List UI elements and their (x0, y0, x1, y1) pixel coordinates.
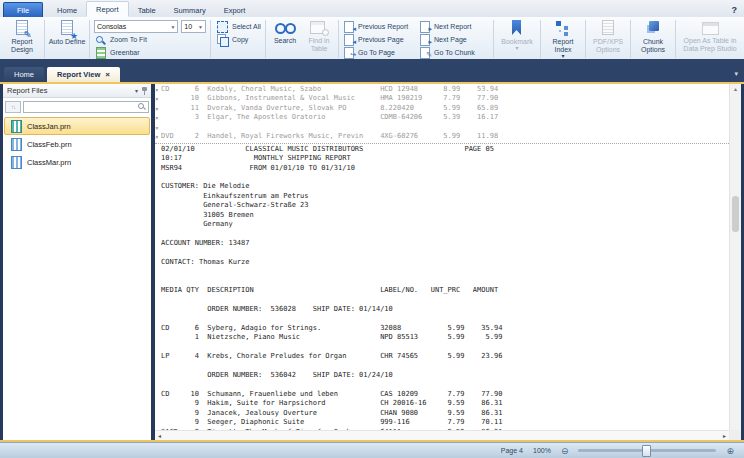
chunk-options-button[interactable]: Chunk Options (633, 18, 673, 60)
go-to-chunk-icon (420, 47, 431, 58)
pdf-xps-options-button[interactable]: PDF/XPS Options (588, 18, 628, 60)
font-size-value: 10 (184, 23, 192, 30)
font-size-combobox[interactable]: 10 ▼ (181, 20, 206, 33)
report-text[interactable]: ×CD 6 Kodaly, Choral Music, Szabo HCD 12… (155, 84, 729, 430)
search-button[interactable]: Search (268, 18, 302, 60)
report-line-text (161, 230, 165, 239)
scroll-left-icon[interactable]: ◂ (158, 432, 161, 440)
report-design-icon (13, 20, 31, 37)
pin-icon[interactable] (142, 86, 147, 95)
previous-report-label: Previous Report (358, 23, 408, 30)
report-line: 1 Nietzsche, Piano Music NPD 85513 5.99 … (155, 333, 729, 342)
scrollbar-corner (729, 430, 741, 440)
report-index-button[interactable]: Report Index ▾ (543, 18, 583, 60)
auto-define-label: Auto Define (49, 38, 86, 46)
report-line: 02/01/10 CLASSICAL MUSIC DISTRIBUTORS PA… (155, 145, 729, 154)
help-icon[interactable]: ? (732, 5, 738, 17)
list-item[interactable]: ClassMar.prn (4, 153, 150, 171)
report-line-text: ORDER NUMBER: 536042 SHIP DATE: 01/24/10 (161, 371, 393, 380)
chunk-options-label: Chunk Options (634, 38, 672, 54)
font-name-combobox[interactable]: Consolas ▼ (94, 20, 178, 33)
scroll-up-icon[interactable]: ▴ (730, 85, 741, 92)
report-line: ×CD 6 Kodaly, Choral Music, Szabo HCD 12… (155, 85, 729, 94)
report-line: CONTACT: Thomas Kurze (155, 258, 729, 267)
report-line-text (161, 296, 165, 305)
chevron-down-icon[interactable]: ▾ (135, 87, 138, 94)
previous-report-icon (344, 21, 355, 32)
chunk-options-icon (644, 20, 662, 37)
go-to-page-label: Go To Page (358, 49, 395, 56)
greenbar-button[interactable]: Greenbar (92, 46, 208, 59)
next-report-label: Next Report (434, 23, 471, 30)
report-file-list: ClassJan.prnClassFeb.prnClassMar.prn (3, 115, 151, 171)
chevron-down-icon[interactable]: ▾ (734, 70, 738, 82)
go-to-page-button[interactable]: Go To Page (341, 46, 417, 59)
auto-define-icon (58, 20, 76, 37)
zoom-to-fit-label: Zoom To Fit (110, 36, 147, 43)
bookmark-button[interactable]: Bookmark ▾ (496, 18, 538, 60)
report-line-text (161, 343, 165, 352)
report-line: 9 Janacek, Jealousy Overture CHAN 9080 9… (155, 409, 729, 418)
file-search-row: ↑↓ (3, 98, 151, 115)
close-icon[interactable]: × (105, 70, 110, 79)
vertical-scrollbar-thumb[interactable] (732, 196, 739, 232)
file-name: ClassMar.prn (27, 158, 71, 167)
report-line-text: MEDIA QTY DESCRIPTION LABEL/NO. UNT_PRC … (161, 286, 498, 295)
application-window: File Home Report Table Summary Export ? … (0, 0, 744, 458)
copy-button[interactable]: Copy (213, 33, 263, 46)
chevron-down-icon: ▼ (167, 24, 175, 30)
report-line-text: MSR94 FROM 01/01/10 TO 01/31/10 (161, 164, 355, 173)
report-line: Einkaufszentrum am Petrus (155, 192, 729, 201)
zoom-out-button[interactable]: ⊖ (561, 446, 569, 456)
vertical-scrollbar[interactable]: ▴ (729, 84, 741, 430)
open-as-table-button[interactable]: Open As Table in Data Prep Studio (678, 18, 742, 60)
sort-icon[interactable]: ↑↓ (5, 101, 21, 113)
zoom-slider-thumb[interactable] (642, 445, 651, 457)
previous-page-icon (344, 34, 355, 45)
zoom-slider[interactable] (578, 449, 716, 452)
report-line-text: 02/01/10 CLASSICAL MUSIC DISTRIBUTORS PA… (161, 145, 494, 154)
horizontal-scrollbar[interactable]: ◂ ▸ (155, 430, 729, 440)
search-input[interactable] (23, 101, 149, 113)
doc-tab-report-view[interactable]: Report View × (47, 67, 120, 82)
copy-icon (216, 34, 229, 45)
next-report-button[interactable]: Next Report (417, 20, 491, 33)
zoom-in-button[interactable]: ⊕ (726, 446, 734, 456)
report-line-text (161, 362, 165, 371)
select-all-label: Select All (232, 23, 261, 30)
report-index-icon (554, 20, 572, 37)
go-to-chunk-label: Go To Chunk (434, 49, 475, 56)
report-design-button[interactable]: Report Design (2, 18, 42, 60)
search-label: Search (274, 37, 296, 45)
tab-export[interactable]: Export (215, 3, 255, 17)
report-line (155, 362, 729, 371)
tab-report[interactable]: Report (86, 1, 129, 17)
list-item[interactable]: ClassJan.prn (4, 117, 150, 135)
list-item[interactable]: ClassFeb.prn (4, 135, 150, 153)
auto-define-button[interactable]: Auto Define (47, 18, 87, 60)
tab-file[interactable]: File (3, 2, 43, 17)
go-to-chunk-button[interactable]: Go To Chunk (417, 46, 491, 59)
report-line-text: CONTACT: Thomas Kurze (161, 258, 250, 267)
tab-table[interactable]: Table (129, 3, 165, 17)
report-file-icon (11, 138, 22, 151)
zoom-to-fit-button[interactable]: Zoom To Fit (92, 33, 208, 46)
status-bar: Page 4 100% ⊖ ⊕ (0, 442, 744, 458)
report-line (155, 230, 729, 239)
report-line: CD 6 Syberg, Adagio for Strings. 32088 5… (155, 324, 729, 333)
select-all-button[interactable]: Select All (213, 20, 263, 33)
tab-home[interactable]: Home (48, 3, 86, 17)
report-line: CD 10 Schumann, Frauenliebe und leben CA… (155, 390, 729, 399)
previous-report-button[interactable]: Previous Report (341, 20, 417, 33)
file-name: ClassJan.prn (27, 122, 71, 131)
previous-page-button[interactable]: Previous Page (341, 33, 417, 46)
find-in-table-button[interactable]: Find in Table (302, 18, 336, 60)
report-line (155, 248, 729, 257)
tab-summary[interactable]: Summary (165, 3, 215, 17)
next-page-button[interactable]: Next Page (417, 33, 491, 46)
scroll-right-icon[interactable]: ▸ (723, 432, 726, 440)
doc-tab-home[interactable]: Home (4, 67, 44, 82)
copy-label: Copy (232, 36, 248, 43)
next-page-icon (420, 34, 431, 45)
group-separator (338, 20, 339, 58)
